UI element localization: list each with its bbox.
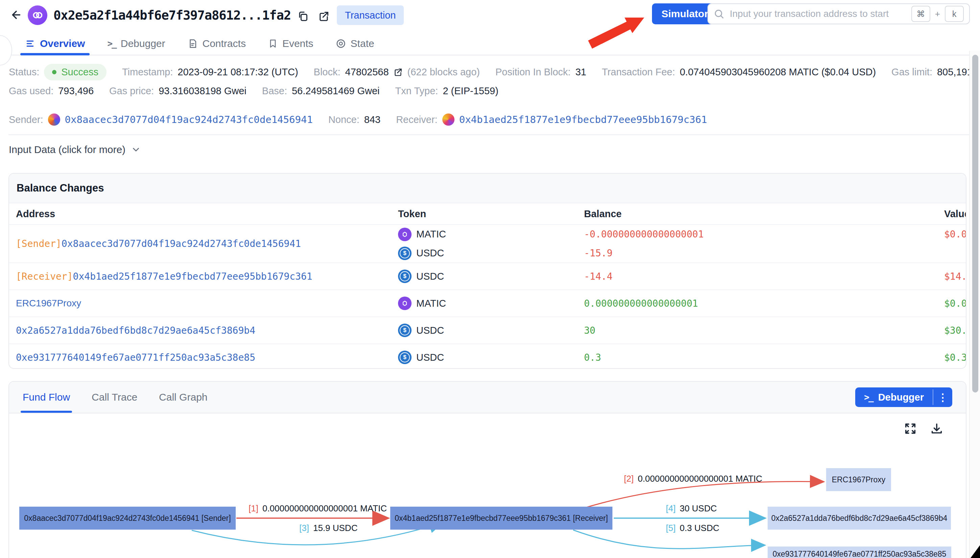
state-icon <box>336 38 346 49</box>
transaction-type-badge: Transaction <box>337 5 404 25</box>
tab-state[interactable]: State <box>336 33 374 55</box>
mouse-cursor <box>970 545 980 558</box>
col-balance: Balance <box>584 208 944 220</box>
table-row: 0x2a6527a1dda76bedf6bd8c7d29ae6a45cf3869… <box>9 317 966 343</box>
search-bar[interactable]: ⌘ + k <box>707 3 970 24</box>
node-0x2a65[interactable]: 0x2a6527a1dda76bedf6bd8c7d29ae6a45cf3869… <box>768 507 951 530</box>
tab-debugger[interactable]: >_ Debugger <box>107 33 165 55</box>
usdc-token-icon: $ <box>398 269 412 283</box>
field-status: Status: Success <box>9 64 107 80</box>
edge-label-2: [2]0.000000000000000001 MATIC <box>624 474 762 484</box>
field-gas-used: Gas used: 793,496 <box>9 85 94 97</box>
address-link[interactable]: 0x8aacec3d7077d04f19ac924d2743fc0de14569… <box>61 238 301 249</box>
address-prefix: [Sender] <box>16 238 61 249</box>
terminal-icon: >_ <box>107 38 116 49</box>
fund-flow-edges <box>9 414 967 558</box>
usdc-token-icon: $ <box>398 323 412 337</box>
external-link-icon[interactable] <box>317 10 331 23</box>
field-base: Base: 56.249581469 Gwei <box>262 85 380 97</box>
sender-address-link[interactable]: 0x8aacec3d7077d04f19ac924d2743fc0de14569… <box>65 114 313 125</box>
tab-contracts[interactable]: Contracts <box>188 33 246 55</box>
token-name: MATIC <box>416 298 446 309</box>
debugger-split-button[interactable]: >_ Debugger ⋮ <box>855 387 952 407</box>
field-transaction-fee: Transaction Fee: 0.074045903045960208 MA… <box>602 67 876 78</box>
document-icon <box>188 38 198 49</box>
table-row: [Receiver]0x4b1aed25f1877e1e9fbecbd77eee… <box>9 263 966 289</box>
usd-value: $0.000000000000000001 <box>944 226 967 243</box>
fund-flow-tabbar: Fund Flow Call Trace Call Graph >_ Debug… <box>9 382 966 414</box>
overview-row-2: Gas used: 793,496 Gas price: 93.31603819… <box>9 82 499 99</box>
address-link[interactable]: 0xe931777640149fe67ae0771ff250ac93a5c38e… <box>16 352 255 363</box>
node-erc1967proxy[interactable]: ERC1967Proxy <box>826 468 891 491</box>
header: 0x2e5a2f1a44bf6e7f397a8612...1fa2 Transa… <box>0 0 980 33</box>
receiver-address-link[interactable]: 0x4b1aed25f1877e1e9fbecbd77eee95bb1679c3… <box>459 114 707 125</box>
usd-value: $30.00 <box>944 322 967 338</box>
app-logo-icon <box>28 5 47 25</box>
balance-value: -15.9 <box>584 245 944 261</box>
usd-value: $0.000000000000000001 <box>944 295 967 312</box>
address-link[interactable]: 0x4b1aed25f1877e1e9fbecbd77eee95bb1679c3… <box>73 271 313 282</box>
block-external-link-icon[interactable] <box>394 67 403 77</box>
overview-icon <box>25 38 35 49</box>
shortcut-k-key: k <box>945 6 964 22</box>
table-row: [Sender]0x8aacec3d7077d04f19ac924d2743fc… <box>9 224 966 263</box>
field-gas-limit: Gas limit: 805,191 <box>891 67 973 78</box>
token-name: USDC <box>416 325 444 336</box>
fund-flow-panel: Fund Flow Call Trace Call Graph >_ Debug… <box>8 381 967 558</box>
status-dot-icon <box>52 70 56 74</box>
table-row: ERC1967Proxy MATIC 0.000000000000000001 … <box>9 289 966 317</box>
token-name: USDC <box>416 248 444 259</box>
token-name: USDC <box>416 352 444 363</box>
search-input[interactable] <box>729 8 907 20</box>
tab-events[interactable]: Events <box>268 33 313 55</box>
edge-label-3: [3]15.9 USDC <box>299 523 357 533</box>
back-arrow-icon[interactable] <box>8 7 24 23</box>
shortcut-plus: + <box>935 9 940 19</box>
tab-call-graph[interactable]: Call Graph <box>159 382 207 413</box>
balance-value: -0.000000000000000001 <box>584 226 944 243</box>
col-value: Value <box>944 208 967 220</box>
address-link[interactable]: ERC1967Proxy <box>16 298 81 309</box>
table-row: 0xe931777640149fe67ae0771ff250ac93a5c38e… <box>9 343 966 369</box>
tab-overview[interactable]: Overview <box>25 33 85 55</box>
field-position-in-block: Position In Block: 31 <box>496 67 586 78</box>
usd-value: $0.30 <box>944 349 967 366</box>
address-prefix: [Receiver] <box>16 271 73 282</box>
token-name: USDC <box>416 271 444 282</box>
address-link[interactable]: 0x2a6527a1dda76bedf6bd8c7d29ae6a45cf3869… <box>16 325 255 336</box>
balance-changes-panel: Balance Changes Address Token Balance Va… <box>8 173 967 369</box>
scrollbar-thumb[interactable] <box>972 55 978 392</box>
field-receiver: Receiver: 0x4b1aed25f1877e1e9fbecbd77eee… <box>396 113 707 126</box>
balance-table-header: Address Token Balance Value <box>9 204 966 224</box>
scrollbar-track[interactable] <box>969 51 980 558</box>
node-sender[interactable]: 0x8aacec3d7077d04f19ac924d2743fc0de14569… <box>19 507 236 530</box>
copy-icon[interactable] <box>296 10 310 23</box>
fund-flow-canvas: [1]0.000000000000000001 MATIC [2]0.00000… <box>9 414 966 558</box>
balance-changes-title: Balance Changes <box>9 174 966 204</box>
chevron-down-icon <box>131 144 141 155</box>
overview-row-1: Status: Success Timestamp: 2023-09-21 08… <box>9 64 973 80</box>
usd-value: $14.40 <box>944 268 967 284</box>
balance-value: -14.4 <box>584 268 944 284</box>
matic-token-icon <box>398 297 412 310</box>
balance-value: 30 <box>584 322 944 338</box>
transaction-hash: 0x2e5a2f1a44bf6e7f397a8612...1fa2 <box>53 8 291 23</box>
edge-label-4: [4]30 USDC <box>666 503 717 514</box>
usdc-token-icon: $ <box>398 351 412 364</box>
node-0xe931[interactable]: 0xe931777640149fe67ae0771ff250ac93a5c38e… <box>768 547 951 558</box>
usdc-token-icon: $ <box>398 246 412 260</box>
tab-call-trace[interactable]: Call Trace <box>92 382 137 413</box>
section-divider <box>8 135 970 135</box>
tab-fund-flow[interactable]: Fund Flow <box>23 382 70 413</box>
bookmark-icon <box>268 39 278 48</box>
node-receiver[interactable]: 0x4b1aed25f1877e1e9fbecbd77eee95bb1679c3… <box>390 507 613 530</box>
input-data-toggle[interactable]: Input Data (click for more) <box>9 142 141 158</box>
col-address: Address <box>16 208 398 220</box>
search-icon <box>713 8 724 19</box>
field-sender: Sender: 0x8aacec3d7077d04f19ac924d2743fc… <box>9 113 313 126</box>
kebab-menu-icon[interactable]: ⋮ <box>933 387 952 407</box>
matic-token-icon <box>398 228 412 241</box>
status-badge: Success <box>44 64 107 80</box>
main-nav: Overview >_ Debugger Contracts Events St… <box>0 33 980 56</box>
shortcut-cmd-key: ⌘ <box>911 6 930 22</box>
